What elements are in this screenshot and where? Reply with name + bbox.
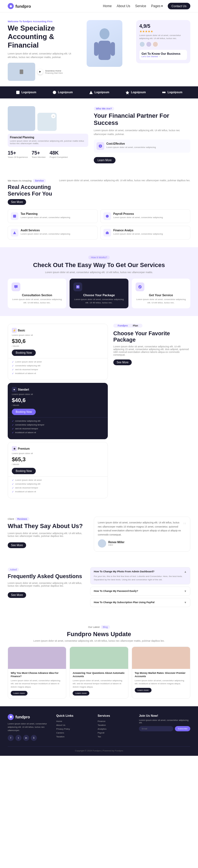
faq-section: Asked Frequently Asked Questions Lorem i… xyxy=(0,559,198,617)
quote-card: " Lorem ipsum dolor sit amet, consectetu… xyxy=(94,517,190,552)
footer-email-input[interactable] xyxy=(139,726,173,731)
standard-label: Standart xyxy=(18,388,29,391)
news-btn-2[interactable]: Learn more xyxy=(73,691,89,695)
pricing-title: Choose Your Favorite Package xyxy=(113,330,190,343)
footer-join: Join Us Now! Lorem ipsum dolor sit amet,… xyxy=(139,714,190,741)
news-btn-3[interactable]: Learn more xyxy=(135,688,152,692)
cost-icon xyxy=(97,142,104,150)
footer-services: Services Finance Taxation Analytics Payr… xyxy=(98,714,133,741)
footer-link-about[interactable]: About Us xyxy=(56,724,92,726)
footer-service-tax[interactable]: Tax xyxy=(98,736,133,738)
testimonials-tag: Reviews xyxy=(15,517,29,521)
hero-card-link[interactable]: Let's Get Started → xyxy=(142,55,185,58)
payroll-icon xyxy=(103,212,111,220)
services-see-more-button[interactable]: See More xyxy=(8,199,26,205)
feature-item: ✓incididunt ut labore et xyxy=(12,431,104,434)
svg-rect-12 xyxy=(106,232,109,234)
footer-join-desc: Lorem ipsum dolor sit amet, consectetur … xyxy=(139,719,190,724)
about-section: → Financial Planning Lorem ipsum dolor s… xyxy=(0,98,198,172)
premium-features: ✓Lorem ipsum dolor sit amet ✓consectetur… xyxy=(12,479,104,493)
hero-image-label: Seamless Home Financing Start Here xyxy=(45,70,63,74)
avatar xyxy=(146,41,152,47)
arrow-icon[interactable]: → xyxy=(51,114,56,118)
nav-service[interactable]: Service xyxy=(135,4,146,8)
premium-sub: Lorem ipsum dolor sit xyxy=(12,452,104,455)
tax-planning-icon xyxy=(11,212,19,220)
news-header: Our Latest Blog Fundpro News Update Lore… xyxy=(8,625,190,642)
footer-link-privacy[interactable]: Privacy Policy xyxy=(56,728,92,730)
copyright-text: Copyright © 2024 Fundpro | Powered by Fu… xyxy=(75,749,123,752)
basic-icon: ⚡ xyxy=(12,328,17,333)
premium-booking-button[interactable]: Booking Now xyxy=(12,468,36,474)
feature-item: ✓consectetur adipiscing tempor xyxy=(12,424,104,426)
service-card-desc: Lorem ipsum dolor sit amet, consectetur … xyxy=(10,140,86,145)
svg-rect-13 xyxy=(106,231,108,233)
stat-team: 75+ Team Member xyxy=(32,150,46,158)
cost-effective-card: Cost-Effective Lorem ipsum dolor sit ame… xyxy=(94,140,190,153)
basic-booking-button[interactable]: Booking Now xyxy=(12,349,36,356)
hero-play-btn[interactable]: ▶ xyxy=(37,69,43,74)
svg-marker-6 xyxy=(89,91,93,94)
logo-item-2: Logoipsum xyxy=(52,90,73,95)
hero-image-row: ▶ Seamless Home Financing Start Here xyxy=(8,63,73,81)
twitter-icon[interactable]: t xyxy=(15,735,22,741)
instagram-icon[interactable]: in xyxy=(23,735,29,741)
feature-item: ✓consectetur adipiscing elit xyxy=(12,364,104,367)
facebook-icon[interactable]: f xyxy=(8,735,14,741)
linkedin-icon[interactable]: li xyxy=(31,735,37,741)
services-title: Real Accounting Services For You xyxy=(8,184,54,197)
testimonials-see-more-button[interactable]: See More xyxy=(8,542,26,548)
avatar xyxy=(98,539,106,548)
nav-home[interactable]: Home xyxy=(103,4,112,8)
services-grid: Tax Planning Lorem ipsum dolor sit amet,… xyxy=(8,209,190,240)
news-desc-2: Lorem ipsum dolor sit amet, consectetur … xyxy=(73,679,125,688)
basic-period: / Month xyxy=(12,345,104,347)
how-card-package: Choose Your Package Lorem ipsum dolor si… xyxy=(70,279,128,308)
services-tag: Service xyxy=(33,179,46,183)
news-prefix: Our Latest xyxy=(88,626,100,628)
footer-link-careers[interactable]: Careers xyxy=(56,732,92,734)
faq-see-more-button[interactable]: See More xyxy=(8,592,26,598)
nav-pages[interactable]: Pages ▾ xyxy=(151,4,163,8)
chevron-down-icon: ▼ xyxy=(184,601,187,604)
faq-item-1[interactable]: How To Change My Photo From Admin Dashbo… xyxy=(90,567,190,584)
logo-icon xyxy=(8,3,14,9)
hero-image-box xyxy=(8,63,35,81)
footer-service-analytics[interactable]: Analytics xyxy=(98,728,133,730)
how-tag: How It Works? xyxy=(88,255,110,259)
pricing-see-more-button[interactable]: See More xyxy=(113,360,132,365)
nav-about[interactable]: About Us xyxy=(117,4,130,8)
feature-item: ✓incididunt ut labore et xyxy=(12,490,104,493)
faq-description: Lorem ipsum dolor sit amet, consectetur … xyxy=(8,582,85,587)
hero-card-title: Get To Know Our Business xyxy=(142,52,185,55)
standard-features: ✓consectetur adipiscing elit ✓consectetu… xyxy=(12,420,104,434)
service-item-payroll: Payroll Process Lorem ipsum dolor sit am… xyxy=(100,209,190,223)
faq-item-3[interactable]: How To Change My Subscription Plan Using… xyxy=(90,598,190,607)
premium-period: / Month xyxy=(12,463,104,466)
pricing-tag: Fundpro Plan xyxy=(113,324,142,328)
about-description: Lorem ipsum dolor sit amet, consectetur … xyxy=(94,129,190,136)
footer-service-payroll[interactable]: Payroll xyxy=(98,732,133,734)
news-title-3: Top Money Market Rates: Discover Premier… xyxy=(135,672,187,678)
learn-more-button[interactable]: Learn More xyxy=(94,157,116,163)
footer-link-taxation[interactable]: Taxation xyxy=(56,736,92,738)
faq-right: How To Change My Photo From Admin Dashbo… xyxy=(90,567,190,609)
standard-icon: ♥ xyxy=(12,387,17,392)
footer-link-home[interactable]: Home xyxy=(56,720,92,722)
news-image-3 xyxy=(132,647,190,669)
cost-desc: Lorem ipsum dolor sit amet, consectetur … xyxy=(106,146,156,149)
footer-service-finance[interactable]: Finance xyxy=(98,720,133,722)
standard-booking-button[interactable]: Booking Now xyxy=(12,409,36,415)
news-card-1: Why You Must Choose Advance Idea For Fin… xyxy=(8,647,66,699)
how-title: Check Out The Easy Way To Get Our Servic… xyxy=(8,261,190,269)
stat-experience: 15+ Years Of Experience xyxy=(8,150,28,158)
svg-point-8 xyxy=(164,92,166,93)
footer-subscribe-button[interactable]: Subscribe xyxy=(175,726,190,731)
footer: fundpro Lorem ipsum dolor sit amet, cons… xyxy=(0,706,198,756)
footer-logo-icon xyxy=(8,714,14,720)
contact-button[interactable]: Contact Us xyxy=(168,3,190,9)
faq-item-2[interactable]: How To Change My Password Easily? ▼ xyxy=(90,587,190,596)
chevron-down-icon: ▼ xyxy=(184,590,187,593)
news-btn-1[interactable]: Learn more xyxy=(11,691,28,695)
footer-service-taxation[interactable]: Taxation xyxy=(98,724,133,726)
